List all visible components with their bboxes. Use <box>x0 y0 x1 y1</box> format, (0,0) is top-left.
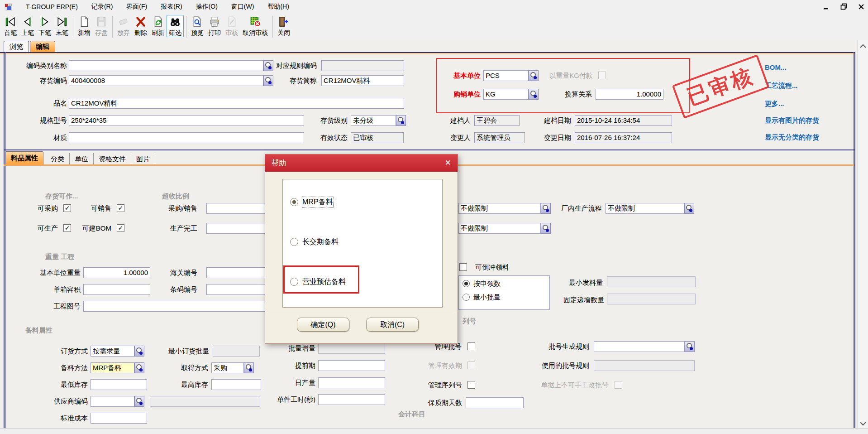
option-mrp-label[interactable]: MRP备料 <box>302 197 333 207</box>
toolbar-prev-record[interactable]: 上笔 <box>19 15 36 37</box>
cancel-button[interactable]: 取消(C) <box>366 318 419 332</box>
vertical-scrollbar[interactable] <box>857 40 868 428</box>
restriction-input-2[interactable]: 不做限制 <box>458 223 541 234</box>
menu-item-window[interactable]: 窗口(W) <box>231 3 254 11</box>
tab-browse[interactable]: 浏览 <box>4 41 29 53</box>
supplier-input[interactable] <box>91 396 134 407</box>
toolbar-separator <box>112 16 113 38</box>
toolbar-filter[interactable]: 筛选 <box>167 15 184 37</box>
ok-button[interactable]: 确定(Q) <box>297 318 349 332</box>
rule-code-input[interactable] <box>321 60 404 71</box>
restore-icon[interactable] <box>840 3 847 11</box>
daily-output-input[interactable] <box>318 377 385 388</box>
shelf-days-input[interactable] <box>466 397 524 408</box>
modifier-label: 变更人 <box>437 132 471 143</box>
toolbar-preview[interactable]: 预览 <box>189 15 206 37</box>
option-long-lead-label[interactable]: 长交期备料 <box>302 237 339 247</box>
close-icon[interactable]: ✕ <box>445 154 451 172</box>
link-more[interactable]: 更多... <box>765 100 784 108</box>
link-process-flow[interactable]: 工艺流程... <box>765 82 798 90</box>
help-dialog-titlebar[interactable]: 帮助 ✕ <box>265 154 458 172</box>
weight-eng-header: 重量 工程 <box>45 253 74 261</box>
tab-item-attributes[interactable]: 料品属性 <box>5 151 43 165</box>
toolbar-new[interactable]: 新增 <box>76 15 93 37</box>
menu-item-operations[interactable]: 操作(O) <box>196 3 218 11</box>
menu-item-reports[interactable]: 报表(R) <box>161 3 182 11</box>
option-long-lead-radio[interactable] <box>290 238 298 246</box>
material-input[interactable] <box>69 132 304 143</box>
item-abbr-input[interactable]: CR12MOV精料 <box>321 75 404 86</box>
std-cost-input[interactable] <box>91 413 147 424</box>
tab-unit[interactable]: 单位 <box>70 153 94 165</box>
item-level-input[interactable]: 未分级 <box>351 115 396 126</box>
menu-item-records[interactable]: 记录(R) <box>91 3 113 11</box>
issue-by-request-radio[interactable] <box>463 280 470 287</box>
sellable-checkbox[interactable] <box>117 204 124 212</box>
lookup-icon[interactable] <box>541 223 551 234</box>
code-category-input[interactable] <box>69 60 263 71</box>
menu-item-tgroup-erp[interactable]: T-GROUP ERP(E) <box>26 3 78 10</box>
toolbar-last-record[interactable]: 末笔 <box>53 15 71 37</box>
restriction-input-1[interactable]: 不做限制 <box>458 203 541 214</box>
window-controls <box>823 3 864 11</box>
lookup-icon[interactable] <box>244 362 254 373</box>
lookup-icon[interactable] <box>541 203 551 214</box>
scroll-down-icon[interactable] <box>859 420 867 425</box>
order-mode-input[interactable]: 按需求量 <box>91 346 134 357</box>
lookup-icon[interactable] <box>134 396 144 407</box>
link-show-uncategorized[interactable]: 显示无分类的存货 <box>765 133 819 142</box>
backflush-checkbox[interactable] <box>459 263 467 271</box>
toolbar-refresh[interactable]: 刷新 <box>149 15 167 37</box>
tab-edit[interactable]: 编辑 <box>30 41 55 53</box>
base-weight-input[interactable]: 1.00000 <box>83 267 150 278</box>
toolbar-delete[interactable]: 删除 <box>132 15 149 37</box>
manage-serial-checkbox[interactable] <box>467 381 475 389</box>
tab-category[interactable]: 分类 <box>46 153 70 165</box>
lookup-icon[interactable] <box>134 346 144 357</box>
issue-min-batch-radio[interactable] <box>463 294 470 301</box>
min-issue-input[interactable] <box>607 276 696 287</box>
link-show-with-images[interactable]: 显示有图片的存货 <box>765 116 819 125</box>
toolbar: 首笔 上笔 下笔 末笔 新增 存盘 放弃 删除 <box>0 14 868 40</box>
manage-batch-checkbox[interactable] <box>467 342 475 350</box>
producible-checkbox[interactable] <box>63 224 71 232</box>
lookup-icon[interactable] <box>396 115 406 126</box>
acquire-input[interactable]: 采购 <box>211 362 244 373</box>
lead-time-input[interactable] <box>318 360 385 371</box>
tab-images[interactable]: 图片 <box>131 153 155 165</box>
toolbar-next-record[interactable]: 下笔 <box>36 15 53 37</box>
toolbar-cancel-audit[interactable]: 取消审核 <box>240 15 270 37</box>
batch-rule-input[interactable] <box>594 341 685 352</box>
lookup-icon[interactable] <box>684 203 694 214</box>
menu-item-help[interactable]: 帮助(H) <box>267 3 289 11</box>
bom-allowed-checkbox[interactable] <box>117 224 124 232</box>
item-code-input[interactable]: 400400008 <box>69 75 263 86</box>
customs-label: 海关编号 <box>163 267 197 278</box>
factory-flow-input[interactable]: 不做限制 <box>606 203 684 214</box>
menu-item-interface[interactable]: 界面(F) <box>126 3 147 11</box>
unit-time-input[interactable] <box>318 394 385 405</box>
toolbar-label: 打印 <box>208 29 221 36</box>
spec-input[interactable]: 250*240*35 <box>69 115 304 126</box>
max-stock-input[interactable] <box>211 379 261 390</box>
lookup-icon[interactable] <box>685 341 695 352</box>
stock-method-input[interactable]: MRP备料 <box>91 362 134 373</box>
box-volume-input[interactable] <box>83 284 150 295</box>
toolbar-print[interactable]: 打印 <box>206 15 223 37</box>
prod-finish-label: 生产完工 <box>163 223 197 234</box>
item-name-input[interactable]: CR12MOV精料 <box>69 98 404 109</box>
option-mrp-radio[interactable] <box>290 198 298 206</box>
purchasable-checkbox[interactable] <box>63 204 71 212</box>
close-window-icon[interactable] <box>858 4 864 11</box>
min-stock-input[interactable] <box>91 379 147 390</box>
toolbar-first-record[interactable]: 首笔 <box>2 15 19 37</box>
toolbar-save: 存盘 <box>93 15 110 37</box>
minimize-icon[interactable] <box>823 4 830 11</box>
toolbar-close[interactable]: 关闭 <box>275 15 292 37</box>
scroll-up-icon[interactable] <box>859 43 867 48</box>
link-bom[interactable]: BOM... <box>765 63 787 71</box>
tab-qualification-files[interactable]: 资格文件 <box>94 153 131 165</box>
fixed-inc-input[interactable] <box>607 294 696 304</box>
lookup-icon[interactable] <box>134 362 144 373</box>
status-bar <box>0 428 868 434</box>
